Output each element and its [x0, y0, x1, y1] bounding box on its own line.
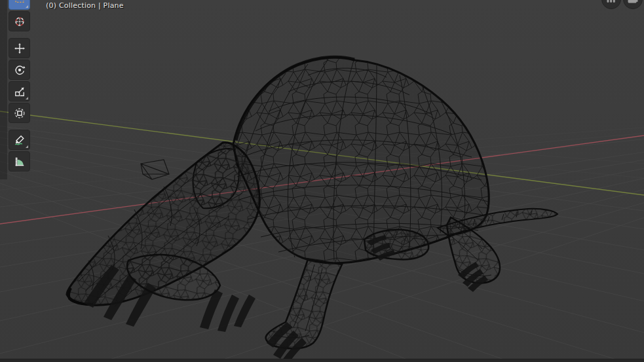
measure-icon: [13, 155, 26, 168]
flyout-indicator: [26, 97, 28, 100]
cursor-icon: [13, 15, 26, 28]
flyout-indicator: [26, 5, 28, 8]
select-box-icon: [13, 0, 26, 7]
viewport-bottom-edge: [0, 359, 644, 362]
move-icon: [13, 42, 26, 55]
tool-move[interactable]: [9, 38, 30, 58]
annotate-icon: [13, 134, 26, 147]
tool-rotate[interactable]: [9, 60, 30, 80]
tool-measure[interactable]: [9, 151, 30, 172]
gizmos-button[interactable]: [623, 0, 643, 9]
viewport-grid: [0, 0, 644, 362]
tool-select-box[interactable]: [9, 0, 30, 10]
flyout-indicator: [26, 145, 28, 148]
overlays-icon: [602, 0, 620, 9]
overlays-button[interactable]: [601, 0, 621, 9]
breadcrumb: (0) Collection | Plane: [46, 1, 124, 10]
tool-scale[interactable]: [9, 81, 30, 101]
tool-transform[interactable]: [9, 103, 30, 123]
rotate-icon: [13, 63, 26, 77]
tool-column: [9, 0, 31, 173]
transform-icon: [13, 107, 26, 120]
toolbar-region-shade: [0, 0, 7, 179]
tool-cursor[interactable]: [9, 11, 30, 31]
scale-icon: [13, 85, 26, 98]
tool-annotate[interactable]: [9, 130, 30, 150]
blender-3d-viewport: (0) Collection | Plane: [0, 0, 644, 362]
gizmos-icon: [624, 0, 642, 9]
